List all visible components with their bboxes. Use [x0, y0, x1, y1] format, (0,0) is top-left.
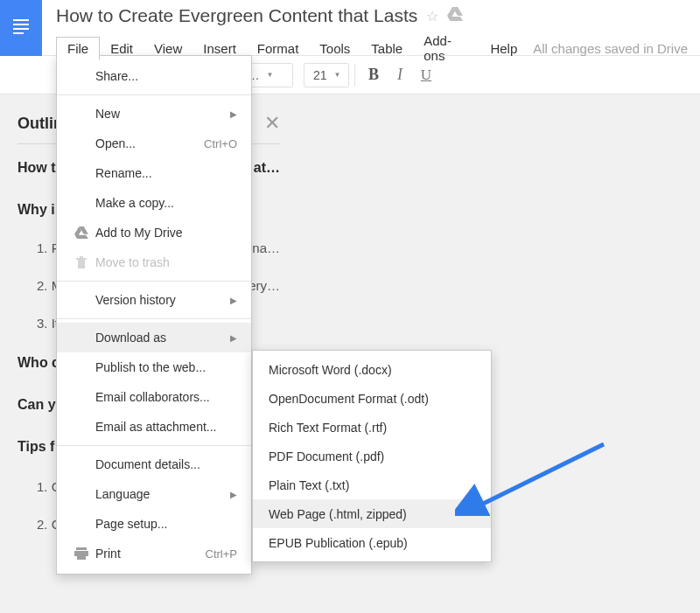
chevron-right-icon: ▶ — [230, 109, 237, 119]
italic-button[interactable]: I — [387, 62, 413, 88]
file-new[interactable]: New▶ — [57, 99, 251, 129]
download-html[interactable]: Web Page (.html, zipped) — [253, 499, 491, 528]
menu-tools[interactable]: Tools — [309, 38, 360, 59]
move-to-drive-icon[interactable] — [447, 7, 463, 24]
file-menu-dropdown: Share... New▶ Open...Ctrl+O Rename... Ma… — [56, 55, 252, 575]
svg-rect-12 — [80, 256, 83, 258]
file-language[interactable]: Language▶ — [57, 479, 251, 509]
svg-rect-11 — [78, 260, 85, 268]
menu-format[interactable]: Format — [247, 38, 310, 59]
outline-close-icon[interactable]: ✕ — [264, 112, 280, 135]
chevron-right-icon: ▶ — [230, 333, 237, 343]
svg-rect-13 — [76, 547, 87, 550]
chevron-right-icon: ▶ — [230, 490, 237, 499]
download-epub[interactable]: EPUB Publication (.epub) — [253, 528, 491, 557]
docs-logo[interactable] — [0, 0, 42, 56]
download-pdf[interactable]: PDF Document (.pdf) — [253, 442, 491, 470]
file-print[interactable]: PrintCtrl+P — [57, 539, 251, 568]
file-move-to-trash: Move to trash — [57, 247, 251, 277]
file-share[interactable]: Share... — [57, 61, 251, 91]
download-as-submenu: Microsoft Word (.docx) OpenDocument Form… — [252, 350, 492, 562]
svg-marker-9 — [75, 235, 88, 239]
svg-rect-10 — [76, 258, 87, 260]
file-make-copy[interactable]: Make a copy... — [57, 188, 251, 218]
file-rename[interactable]: Rename... — [57, 158, 251, 188]
menu-table[interactable]: Table — [360, 38, 413, 59]
header: How to Create Evergreen Content that Las… — [0, 0, 700, 56]
chevron-right-icon: ▶ — [230, 296, 237, 305]
svg-rect-1 — [13, 24, 29, 25]
svg-rect-3 — [13, 32, 24, 34]
file-add-to-drive[interactable]: Add to My Drive — [57, 218, 251, 247]
download-txt[interactable]: Plain Text (.txt) — [253, 470, 491, 499]
file-download-as[interactable]: Download as▶ — [57, 323, 251, 352]
download-rtf[interactable]: Rich Text Format (.rtf) — [253, 413, 491, 442]
save-status: All changes saved in Drive — [533, 41, 688, 56]
svg-rect-2 — [13, 28, 29, 30]
svg-marker-6 — [448, 17, 463, 21]
svg-line-17 — [472, 444, 604, 509]
svg-rect-15 — [77, 554, 86, 560]
download-odt[interactable]: OpenDocument Format (.odt) — [253, 384, 491, 413]
drive-add-icon — [71, 226, 92, 239]
menu-help[interactable]: Help — [480, 38, 528, 59]
star-icon[interactable]: ☆ — [426, 8, 438, 24]
file-page-setup[interactable]: Page setup... — [57, 509, 251, 539]
menu-file[interactable]: File — [56, 37, 100, 60]
caret-icon: ▼ — [266, 71, 273, 79]
font-size-select[interactable]: 21 ▼ — [304, 63, 349, 87]
file-version-history[interactable]: Version history▶ — [57, 285, 251, 315]
file-email-attachment[interactable]: Email as attachment... — [57, 412, 251, 442]
bold-button[interactable]: B — [360, 62, 387, 88]
file-publish-to-web[interactable]: Publish to the web... — [57, 352, 251, 382]
document-title[interactable]: How to Create Evergreen Content that Las… — [56, 5, 417, 26]
trash-icon — [71, 255, 92, 269]
print-icon — [71, 547, 92, 560]
file-open[interactable]: Open...Ctrl+O — [57, 129, 251, 158]
underline-button[interactable]: U — [413, 62, 439, 88]
download-docx[interactable]: Microsoft Word (.docx) — [253, 355, 491, 384]
font-size-label: 21 — [313, 68, 327, 82]
file-document-details[interactable]: Document details... — [57, 449, 251, 479]
caret-icon: ▼ — [334, 71, 341, 79]
file-email-collaborators[interactable]: Email collaborators... — [57, 382, 251, 412]
svg-rect-0 — [13, 19, 29, 21]
